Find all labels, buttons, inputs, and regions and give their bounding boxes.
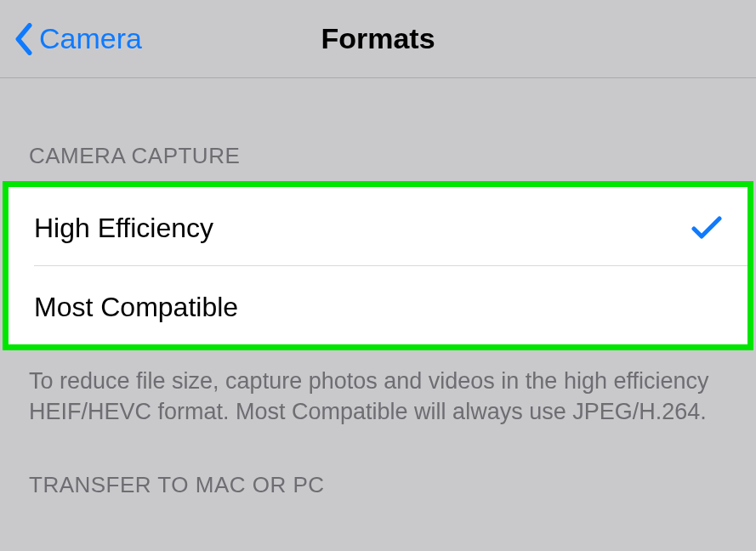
option-label: High Efficiency	[34, 213, 213, 244]
section-footer-capture: To reduce file size, capture photos and …	[0, 350, 756, 428]
option-most-compatible[interactable]: Most Compatible	[9, 266, 747, 344]
section-header-transfer: TRANSFER TO MAC OR PC	[0, 428, 756, 510]
option-high-efficiency[interactable]: High Efficiency	[9, 187, 747, 265]
chevron-left-icon	[12, 23, 36, 55]
page-title: Formats	[321, 22, 435, 55]
section-header-capture: CAMERA CAPTURE	[0, 78, 756, 181]
checkmark-icon	[691, 215, 722, 241]
option-label: Most Compatible	[34, 292, 238, 323]
back-label: Camera	[39, 22, 142, 55]
back-button[interactable]: Camera	[12, 22, 142, 55]
capture-options-group: High Efficiency Most Compatible	[3, 181, 753, 350]
navigation-bar: Camera Formats	[0, 0, 756, 78]
